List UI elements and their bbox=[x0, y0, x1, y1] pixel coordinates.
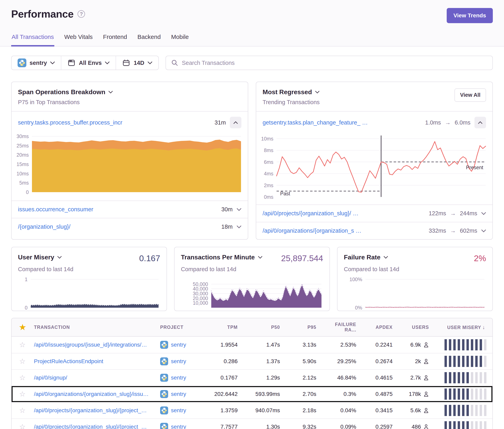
table-header: ★ TRANSACTION PROJECT TPM P50 P95 FAILUR… bbox=[12, 318, 492, 337]
col-user-misery[interactable]: USER MISERY↓ bbox=[436, 324, 492, 330]
transaction-cell: /api/0/organizations/{organization_slug}… bbox=[34, 391, 160, 397]
project-link[interactable]: sentry bbox=[171, 358, 186, 365]
tab-all-transactions[interactable]: All Transactions bbox=[11, 34, 54, 46]
regressed-transaction-link[interactable]: /api/0/projects/{organization_slug}/ … bbox=[263, 210, 359, 217]
user-misery-chart: 10 bbox=[18, 277, 160, 310]
table-row[interactable]: ☆/api/0/signup/sentry0.17671.29s2.12s46.… bbox=[12, 369, 492, 386]
date-range-filter[interactable]: 14D bbox=[116, 56, 158, 70]
tab-frontend[interactable]: Frontend bbox=[103, 34, 127, 46]
user-misery-title[interactable]: User Misery bbox=[18, 254, 62, 261]
tab-backend[interactable]: Backend bbox=[137, 34, 161, 46]
transaction-link[interactable]: /api/0/organizations/{organization_slug}… bbox=[34, 391, 149, 397]
user-icon bbox=[423, 407, 429, 413]
misery-bar bbox=[444, 421, 447, 429]
transaction-link[interactable]: ProjectRuleActionsEndpoint bbox=[34, 358, 103, 364]
col-tpm[interactable]: TPM bbox=[207, 325, 245, 330]
svg-text:4ms: 4ms bbox=[264, 171, 273, 176]
search-box[interactable] bbox=[166, 56, 493, 70]
help-icon[interactable]: ? bbox=[78, 10, 85, 18]
users-cell: 486 bbox=[400, 424, 436, 429]
misery-bar bbox=[471, 421, 473, 429]
chevron-down-icon[interactable] bbox=[237, 226, 241, 228]
star-icon[interactable]: ★ bbox=[12, 323, 34, 332]
transaction-link[interactable]: /api/0/signup/ bbox=[34, 375, 67, 381]
chevron-down-icon[interactable] bbox=[481, 229, 486, 232]
table-row[interactable]: ☆ProjectRuleActionsEndpointsentry0.2861.… bbox=[12, 353, 492, 369]
project-cell[interactable]: sentry bbox=[160, 406, 207, 414]
misery-bar bbox=[484, 372, 486, 383]
p50-cell: 1.30s bbox=[245, 424, 287, 429]
star-toggle[interactable]: ☆ bbox=[12, 406, 34, 415]
p95-cell: 5.90s bbox=[287, 358, 324, 365]
chevron-down-icon bbox=[57, 256, 62, 259]
project-cell[interactable]: sentry bbox=[160, 357, 207, 365]
transaction-link[interactable]: /api/0/issues|groups/{issue_id}/integrat… bbox=[34, 341, 147, 348]
project-link[interactable]: sentry bbox=[171, 424, 186, 429]
col-transaction[interactable]: TRANSACTION bbox=[34, 325, 160, 330]
misery-bar bbox=[480, 388, 482, 400]
misery-bar bbox=[475, 372, 478, 383]
project-cell[interactable]: sentry bbox=[160, 423, 207, 429]
chevron-down-icon[interactable] bbox=[237, 208, 241, 211]
star-toggle[interactable]: ☆ bbox=[12, 357, 34, 366]
project-cell[interactable]: sentry bbox=[160, 374, 207, 382]
project-cell[interactable]: sentry bbox=[160, 341, 207, 349]
regressed-transaction-link[interactable]: /api/0/organizations/{organization_s … bbox=[263, 228, 361, 234]
tpm-card: Transactions Per Minute 25,897.544 Compa… bbox=[174, 247, 330, 311]
star-toggle[interactable]: ☆ bbox=[12, 341, 34, 349]
span-operations-title[interactable]: Span Operations Breakdown bbox=[18, 88, 113, 96]
misery-bar bbox=[475, 339, 478, 350]
span-transaction-link[interactable]: issues.occurrence_consumer bbox=[18, 206, 93, 213]
misery-bar bbox=[449, 405, 451, 416]
tpm-title[interactable]: Transactions Per Minute bbox=[181, 254, 262, 261]
misery-bar bbox=[444, 356, 447, 367]
table-row[interactable]: ☆/api/0/projects/{organization_slug}/{pr… bbox=[12, 402, 492, 418]
search-transactions-input[interactable] bbox=[182, 60, 487, 66]
regressed-transaction-link[interactable]: getsentry.tasks.plan_change_feature_ … bbox=[263, 119, 368, 126]
misery-bar bbox=[453, 421, 456, 429]
table-row[interactable]: ☆/api/0/projects/{organization_slug}/{pr… bbox=[12, 418, 492, 429]
misery-bar bbox=[453, 405, 456, 416]
table-row[interactable]: ☆/api/0/organizations/{organization_slug… bbox=[12, 386, 492, 402]
view-all-button[interactable]: View All bbox=[454, 88, 486, 102]
user-icon bbox=[423, 391, 429, 397]
tpm-cell: 1.3759 bbox=[207, 407, 245, 414]
python-project-icon bbox=[160, 357, 168, 365]
misery-bar bbox=[449, 372, 451, 383]
project-cell[interactable]: sentry bbox=[160, 390, 207, 398]
collapse-button[interactable] bbox=[475, 117, 486, 128]
failure-rate-cell: 0.04% bbox=[324, 407, 363, 414]
star-toggle[interactable]: ☆ bbox=[12, 374, 34, 382]
chevron-down-icon[interactable] bbox=[481, 212, 486, 215]
most-regressed-title[interactable]: Most Regressed bbox=[263, 88, 320, 96]
transaction-link[interactable]: /api/0/projects/{organization_slug}/{pro… bbox=[34, 424, 147, 429]
project-link[interactable]: sentry bbox=[171, 391, 186, 397]
span-transaction-link[interactable]: sentry.tasks.process_buffer.process_incr bbox=[18, 119, 122, 126]
environment-filter[interactable]: All Envs bbox=[61, 56, 116, 70]
project-link[interactable]: sentry bbox=[171, 375, 186, 381]
star-toggle[interactable]: ☆ bbox=[12, 423, 34, 429]
col-failure-rate[interactable]: FAILURE RA... bbox=[324, 322, 363, 333]
project-link[interactable]: sentry bbox=[171, 341, 186, 348]
col-p50[interactable]: P50 bbox=[245, 325, 287, 330]
user-icon bbox=[423, 424, 429, 429]
tab-mobile[interactable]: Mobile bbox=[171, 34, 189, 46]
misery-bar bbox=[484, 421, 486, 429]
col-p95[interactable]: P95 bbox=[287, 325, 324, 330]
table-row[interactable]: ☆/api/0/issues|groups/{issue_id}/integra… bbox=[12, 337, 492, 353]
tab-web-vitals[interactable]: Web Vitals bbox=[64, 34, 93, 46]
col-users[interactable]: USERS bbox=[400, 325, 436, 330]
svg-text:1: 1 bbox=[25, 277, 27, 282]
transaction-link[interactable]: /api/0/projects/{organization_slug}/{pro… bbox=[34, 407, 147, 413]
regressed-item-row: /api/0/projects/{organization_slug}/ … 1… bbox=[256, 204, 492, 222]
svg-text:10ms: 10ms bbox=[261, 136, 273, 141]
span-transaction-link[interactable]: /{organization_slug}/ bbox=[18, 223, 71, 230]
view-trends-button[interactable]: View Trends bbox=[447, 8, 493, 23]
col-project[interactable]: PROJECT bbox=[160, 325, 207, 330]
col-apdex[interactable]: APDEX bbox=[363, 325, 400, 330]
failure-rate-title[interactable]: Failure Rate bbox=[344, 254, 388, 261]
star-toggle[interactable]: ☆ bbox=[12, 390, 34, 398]
project-filter[interactable]: sentry bbox=[12, 56, 61, 70]
collapse-button[interactable] bbox=[230, 117, 241, 128]
project-link[interactable]: sentry bbox=[171, 407, 186, 414]
